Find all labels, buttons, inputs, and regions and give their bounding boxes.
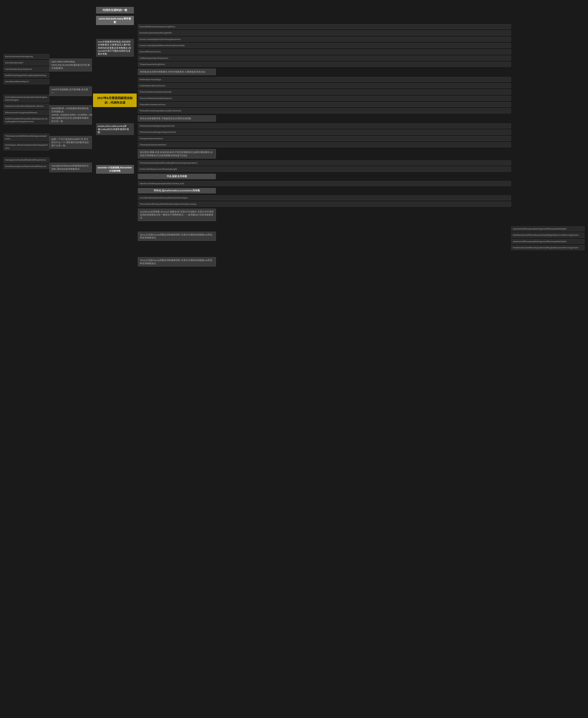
ex-species-2: Thesespeciesarenowextinct. (138, 142, 511, 147)
rule-there-desc: 如果一个句子是由there或it引导,而主语又不止一个,谓语通常也和最邻近的那个… (49, 136, 92, 149)
page-layout: Eachofushassomethingtosay. Iseverybodyre… (0, 0, 588, 712)
example-there-1: Therewascarvedintheboardadragonandaphoen… (3, 134, 49, 142)
ex-oneof-1: Joanisoneofthosepeoplewhogooutoftheirway… (511, 226, 585, 231)
ex-none-3: None(=notasinglejone)ofushasgotacamera. (138, 37, 511, 42)
col-d: Noneofthebooksareeasyenoughforus. Noneof… (138, 3, 511, 709)
rule-and-both-desc: 由and或both...and连接的词组或短语,应用复数;由notonly...… (49, 105, 92, 125)
oneof-rule-3: 当one之前是theonly等限定词和修饰语时,关系分句谓语动词根据one而定,… (138, 257, 216, 267)
subject-label: 学科名,如mathematics,economics用单数 (138, 188, 216, 193)
example-each-5: Haseitherofthemtoldyou? (3, 79, 49, 84)
rule-some-desc: some可后接复数,也可接单数.表示某一. (49, 86, 92, 96)
same-form-rule: 有些名词单复数同形,可根据意思决定谓语动词的数 (138, 115, 216, 122)
example-each-2: Iseverybodyready? (3, 60, 49, 65)
none-desc-box: none作复数看待时较多,但也有时作单数看待.主要看说话人脑中联系想到的是复数还… (96, 39, 134, 57)
rule-many: many或morethanone所修饰的词作主语时,谓语动词多用单数形式. (49, 163, 92, 172)
ex-cattle-1: Cattlearegrazingonthepasture. (138, 56, 511, 61)
collective-noun-rule: 有些集体名词用作单数看待,有时作复数看待.主要根据意思来决定 (138, 69, 216, 75)
time-rule: 表示时间,重量,长度,价值等的名词,尽管仍是复数形式,如果作整体看待,动词也可用… (138, 149, 216, 159)
oneof-rule: oneofthose后用单数.在'oneof+复数名词+关系分句'结构中,关系分… (138, 209, 216, 221)
main-header-2: some,few,both,many等作复数 (96, 16, 134, 25)
oneof-rule-2: 当one之前是theonly等限定词和修饰语时,关系分句谓语动词根据one而定,… (138, 232, 216, 241)
ex-series-1: Thisnewseriesisbeginningnextmonth. (138, 123, 511, 128)
center-title-box: 2017年6月英语四级语法知识：代词作主语 (93, 94, 136, 107)
ex-committee-1: Thecommitteemeetstwiceamonth. (138, 89, 511, 95)
bookname-label: 书名,国家名用单数 (138, 174, 216, 179)
ex-audience-2: Theaudienceweregreatlymovedat thewords. (138, 108, 511, 113)
ex-book-1: TalesfromShakespearesabookbyCharlesLamb. (138, 181, 511, 186)
rule-each-desc: each,either,neither和由some,any,no,every构成… (49, 59, 92, 71)
example-and-1: NotOnlytheswitchesbutalsotheoldwritingha… (3, 95, 49, 103)
ex-time-1: Threeweekswasallowedformakingthenecessar… (138, 160, 511, 165)
ex-time-2: Onehundredlwascoveredinasinglenight. (138, 167, 511, 172)
ex-oneof-2: Heistheonlyoneofthoseboyswhoiswillingtot… (511, 232, 585, 238)
anumber-label: anumber of后接复数,thenumber of后接单数 (96, 165, 134, 174)
ex-family-1: Hisfamilyisn'tverylarge. (138, 77, 511, 82)
ex-series-2: Thenewseriesarebeginningnextmonth. (138, 129, 511, 135)
ex-anumber-1: AnumberofbookshavebeenpublishedontheSubj… (138, 195, 511, 200)
ex-none-4: None(=nobody)hasfeltitmoreKeenlythanshed… (138, 43, 511, 48)
main-header-1: 代词作主语时的一致 (96, 7, 134, 14)
example-many-2: Morethanonepersonhasinvolvedintheca se. (3, 164, 49, 169)
rule-and-both: 由and或both...and连接的词组或短语,应用复数;由notonly...… (49, 105, 92, 125)
ex-audience-1: Theaudiencewasenormous. (138, 102, 511, 107)
example-each-1: Eachofushassomethingtosay. (3, 54, 49, 59)
rule-there: 如果一个句子是由there或it引导,而主语又不止一个,谓语通常也和最邻近的那个… (49, 136, 92, 149)
rule-each: each,either,neither和由some,any,no,every构成… (49, 59, 92, 71)
ex-committee-2: Thecommitteearedividedinopinion. (138, 96, 511, 101)
example-many-1: ManyapersonhashadthatkindofExperience. (3, 157, 49, 162)
ex-none-2: Noneofusseemtohavethoughttofit. (138, 30, 511, 35)
ex-family-2: Hisfamilyareallmusiclovers. (138, 83, 511, 88)
ex-none-5: Noneofthisworriersme. (138, 49, 511, 54)
example-there-2: Hereisapen,afewenvelopesandsomepaperfory… (3, 142, 49, 150)
people-label: people,police,cattle,poultry(家禽),militia… (96, 123, 134, 135)
example-each-3: Somebodyisusing thephone. (3, 67, 49, 72)
rule-some: some可后接复数,也可接单数.表示某一. (49, 86, 92, 96)
rule-many-desc: many或morethanone所修饰的词作主语时,谓语动词多用单数形式. (49, 163, 92, 172)
example-each-4: Neitherofushasgonethroughregulartraining… (3, 73, 49, 78)
example-and-3: EitheryouorMrYangistodothework. (3, 110, 49, 115)
col-e: Joanisoneofthosepeoplewhogooutoftheirway… (511, 3, 585, 709)
ex-cattle-2: Thepolicearelookingforhim. (138, 62, 511, 67)
example-and-4: Neithermywifenorlmyselfamabletopersua de… (3, 116, 49, 124)
ex-species-1: Thisspeciesisnowextinct. (138, 136, 511, 141)
col-b: each,either,neither和由some,any,no,every构成… (49, 3, 92, 709)
col-a: Eachofushassomethingtosay. Iseverybodyre… (3, 3, 49, 709)
example-and-2: Mysisterormybrotherislikelytobe athome. (3, 104, 49, 109)
ex-oneof-4: Heistheonlyoneofthoseboyswhoiswillingtot… (511, 245, 585, 250)
ex-anumber-2: Thenumberofbookspublishedonthesubjectiss… (138, 202, 511, 207)
col-c: 代词作主语时的一致 some,few,both,many等作复数 none作复数… (92, 3, 138, 709)
ex-oneof-3: Joanisoneofthosepeoplewhogooutoftheirway… (511, 239, 585, 244)
ex-none-1: Noneofthebooksareeasyenoughforus. (138, 24, 511, 29)
